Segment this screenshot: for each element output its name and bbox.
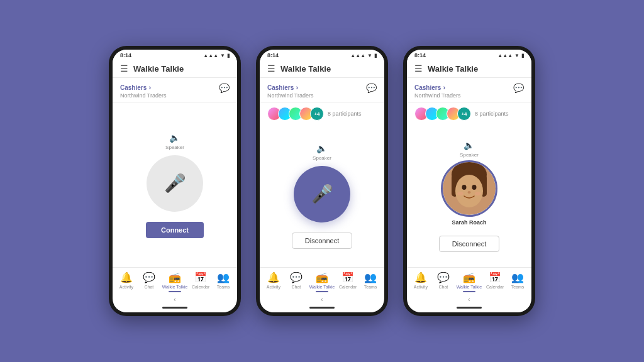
channel-header-2: Cashiers › Northwind Traders 💬 — [260, 78, 384, 103]
back-button-2[interactable]: ‹ — [260, 295, 384, 304]
svg-point-9 — [475, 192, 481, 195]
disconnect-button-2[interactable]: Disconnect — [292, 233, 352, 249]
participants-row-2: +4 8 participants — [260, 103, 384, 124]
volume-icon-1: 🔈 — [169, 133, 180, 143]
bottom-nav-3: 🔔 Activity 💬 Chat 📻 Walkie Talkie 📅 Cale… — [407, 267, 531, 295]
nav-calendar-2[interactable]: 📅 Calendar — [338, 272, 357, 292]
back-button-1[interactable]: ‹ — [113, 295, 237, 304]
status-bar-1: 8:14 ▲▲▲ ▼ ▮ — [113, 50, 237, 60]
speaker-name-3: Sarah Roach — [452, 219, 486, 226]
svg-point-5 — [462, 185, 467, 190]
channel-name-2[interactable]: Cashiers › — [267, 83, 314, 92]
mic-icon-idle-1: 🎤 — [164, 173, 186, 194]
nav-teams-2[interactable]: 👥 Teams — [361, 272, 380, 292]
nav-calendar-1[interactable]: 📅 Calendar — [191, 272, 210, 292]
home-indicator-3 — [407, 304, 531, 312]
battery-icon-2: ▮ — [374, 53, 377, 58]
nav-teams-1[interactable]: 👥 Teams — [214, 272, 233, 292]
chat-icon-1[interactable]: 💬 — [219, 83, 230, 93]
nav-walkie-3[interactable]: 📻 Walkie Talkie — [457, 272, 482, 292]
home-indicator-2 — [260, 304, 384, 312]
avatar-count-3: +4 — [457, 107, 471, 121]
channel-org-3: Northwind Traders — [414, 92, 461, 99]
battery-icon-1: ▮ — [227, 53, 230, 58]
avatar-count-2: +4 — [310, 107, 324, 121]
phone-speaking: 8:14 ▲▲▲ ▼ ▮ ☰ Walkie Talkie Cashiers › … — [403, 46, 535, 316]
nav-activity-3[interactable]: 🔔 Activity — [411, 272, 430, 292]
nav-teams-3[interactable]: 👥 Teams — [508, 272, 527, 292]
wifi-icon-3: ▼ — [514, 53, 519, 58]
speaker-label-2: Speaker — [313, 155, 331, 161]
disconnect-button-3[interactable]: Disconnect — [439, 236, 499, 252]
bottom-nav-1: 🔔 Activity 💬 Chat 📻 Walkie Talkie 📅 Cale… — [113, 267, 237, 295]
battery-icon-3: ▮ — [521, 53, 524, 58]
speaker-label-1: Speaker — [165, 145, 184, 150]
app-header-1: ☰ Walkie Talkie — [113, 60, 237, 78]
time-2: 8:14 — [267, 52, 279, 58]
nav-activity-1[interactable]: 🔔 Activity — [117, 272, 136, 292]
volume-icon-3: 🔈 — [464, 140, 474, 150]
channel-org-2: Northwind Traders — [267, 92, 314, 99]
volume-icon-2: 🔈 — [316, 143, 327, 153]
app-header-3: ☰ Walkie Talkie — [407, 60, 531, 78]
nav-calendar-3[interactable]: 📅 Calendar — [486, 272, 504, 292]
home-indicator-1 — [113, 304, 237, 312]
wifi-icon-1: ▼ — [220, 53, 225, 58]
app-title-3: Walkie Talkie — [428, 64, 478, 74]
nav-chat-1[interactable]: 💬 Chat — [140, 272, 158, 292]
connect-button-1[interactable]: Connect — [146, 222, 204, 238]
nav-walkie-2[interactable]: 📻 Walkie Talkie — [309, 272, 335, 292]
main-content-3: 🔈 Speaker — [407, 124, 531, 267]
phone-active: 8:14 ▲▲▲ ▼ ▮ ☰ Walkie Talkie Cashiers › … — [256, 46, 388, 316]
main-content-2: 🔈 Speaker 🎤 Disconnect — [260, 124, 384, 267]
back-button-3[interactable]: ‹ — [407, 295, 531, 304]
mic-button-idle-1[interactable]: 🎤 — [147, 155, 203, 212]
participants-count-3: 8 participants — [475, 111, 509, 117]
hamburger-icon-2[interactable]: ☰ — [267, 63, 275, 74]
participants-count-2: 8 participants — [328, 111, 362, 117]
main-content-1: 🔈 Speaker 🎤 Connect — [113, 103, 237, 267]
signal-icon-2: ▲▲▲ — [350, 53, 365, 58]
mic-icon-active-2: 🎤 — [311, 184, 333, 204]
wifi-icon-2: ▼ — [367, 53, 372, 58]
speaker-label-3: Speaker — [460, 152, 479, 158]
svg-point-8 — [457, 192, 464, 195]
svg-point-6 — [472, 185, 477, 190]
app-title-1: Walkie Talkie — [133, 64, 184, 74]
nav-activity-2[interactable]: 🔔 Activity — [264, 272, 283, 292]
time-3: 8:14 — [414, 52, 426, 58]
participants-row-3: +4 8 participants — [407, 103, 531, 124]
nav-chat-2[interactable]: 💬 Chat — [287, 272, 306, 292]
status-bar-2: 8:14 ▲▲▲ ▼ ▮ — [260, 50, 384, 60]
hamburger-icon-3[interactable]: ☰ — [414, 63, 423, 74]
svg-point-7 — [468, 191, 471, 194]
channel-header-1: Cashiers › Northwind Traders 💬 — [113, 78, 237, 103]
nav-chat-3[interactable]: 💬 Chat — [434, 272, 453, 292]
channel-org-1: Northwind Traders — [120, 92, 167, 99]
channel-header-3: Cashiers › Northwind Traders 💬 — [407, 78, 531, 103]
chat-icon-3[interactable]: 💬 — [513, 83, 524, 93]
time-1: 8:14 — [120, 52, 131, 58]
phones-container: 8:14 ▲▲▲ ▼ ▮ ☰ Walkie Talkie Cashiers › — [96, 33, 548, 329]
signal-icon-3: ▲▲▲ — [497, 53, 513, 58]
signal-icon-1: ▲▲▲ — [203, 53, 218, 58]
mic-button-active-2[interactable]: 🎤 — [294, 166, 350, 222]
hamburger-icon-1[interactable]: ☰ — [120, 63, 128, 74]
app-header-2: ☰ Walkie Talkie — [260, 60, 384, 78]
channel-name-1[interactable]: Cashiers › — [120, 83, 167, 92]
speaker-avatar-3 — [441, 160, 497, 217]
phone-idle: 8:14 ▲▲▲ ▼ ▮ ☰ Walkie Talkie Cashiers › — [109, 46, 241, 316]
app-title-2: Walkie Talkie — [280, 64, 331, 74]
channel-name-3[interactable]: Cashiers › — [414, 83, 461, 92]
bottom-nav-2: 🔔 Activity 💬 Chat 📻 Walkie Talkie 📅 Cale… — [260, 267, 384, 295]
chat-icon-2[interactable]: 💬 — [366, 83, 377, 93]
status-bar-3: 8:14 ▲▲▲ ▼ ▮ — [407, 50, 531, 60]
nav-walkie-1[interactable]: 📻 Walkie Talkie — [162, 272, 187, 292]
